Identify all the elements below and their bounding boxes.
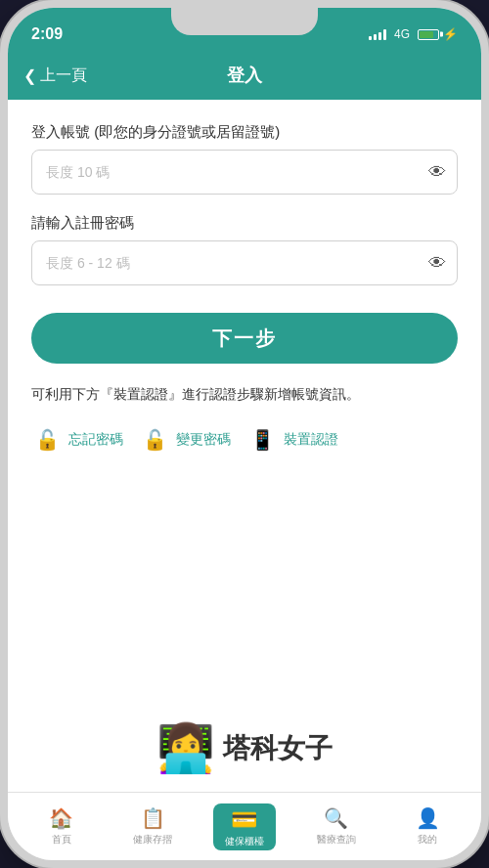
nav-item-home[interactable]: 🏠 首頁	[16, 806, 108, 846]
health-record-icon: 📋	[141, 806, 165, 830]
nav-item-health-record[interactable]: 📋 健康存摺	[108, 806, 200, 846]
info-text: 可利用下方『裝置認證』進行認證步驟新增帳號資訊。	[31, 383, 458, 405]
charging-icon: ⚡	[443, 27, 458, 41]
network-label: 4G	[394, 27, 410, 41]
password-input-wrapper: 👁	[31, 240, 458, 285]
password-eye-icon[interactable]: 👁	[428, 253, 446, 274]
account-label: 登入帳號 (即您的身分證號或居留證號)	[31, 123, 458, 142]
change-password-icon: 🔓	[139, 424, 170, 456]
nav-item-medical-query[interactable]: 🔍 醫療查詢	[290, 806, 382, 846]
device-auth-icon: 📱	[246, 424, 278, 456]
main-content: 登入帳號 (即您的身分證號或居留證號) 👁 請輸入註冊密碼 👁 下一步 可利用下…	[8, 100, 481, 792]
action-links: 🔓 忘記密碼 🔓 變更密碼 📱 裝置認證	[31, 424, 458, 456]
signal-bars-icon	[369, 28, 386, 40]
brand-name: 塔科女子	[223, 730, 333, 767]
next-button[interactable]: 下一步	[31, 313, 458, 364]
device-auth-link[interactable]: 📱 裝置認證	[246, 424, 338, 456]
nav-item-health-card[interactable]: 💳 健保櫃檯	[199, 803, 290, 850]
account-input[interactable]	[31, 150, 458, 195]
device-auth-label: 裝置認證	[284, 431, 338, 449]
phone-frame: 2:09 4G ⚡ ❮ 上一頁 登入 登入帳號 (即您的身分證號或居留證號)	[0, 0, 489, 868]
mascot-icon: 👩‍💻	[156, 721, 215, 776]
password-input[interactable]	[31, 240, 458, 285]
nav-label-my: 我的	[418, 833, 437, 846]
nav-label-home: 首頁	[52, 833, 71, 846]
account-eye-icon[interactable]: 👁	[428, 162, 446, 183]
bottom-nav: 🏠 首頁 📋 健康存摺 💳 健保櫃檯 🔍 醫療查詢 👤 我的	[8, 792, 481, 860]
back-label: 上一頁	[40, 65, 87, 86]
battery-icon	[418, 29, 439, 40]
mascot-area: 👩‍💻 塔科女子	[156, 721, 333, 776]
my-icon: 👤	[416, 806, 440, 830]
account-input-wrapper: 👁	[31, 150, 458, 195]
branding-area: 👩‍💻 塔科女子	[31, 475, 458, 792]
back-button[interactable]: ❮ 上一頁	[23, 65, 87, 86]
forgot-password-link[interactable]: 🔓 忘記密碼	[31, 424, 123, 456]
nav-item-my[interactable]: 👤 我的	[381, 806, 473, 846]
status-icons: 4G ⚡	[369, 27, 458, 41]
forgot-password-icon: 🔓	[31, 424, 63, 456]
nav-label-health-card: 健保櫃檯	[225, 835, 264, 848]
change-password-label: 變更密碼	[176, 431, 231, 449]
chevron-left-icon: ❮	[23, 66, 36, 85]
medical-query-icon: 🔍	[324, 806, 348, 830]
health-card-icon: 💳	[231, 807, 257, 833]
page-title: 登入	[227, 64, 262, 87]
nav-active-indicator: 💳 健保櫃檯	[213, 803, 276, 850]
account-field-group: 登入帳號 (即您的身分證號或居留證號) 👁	[31, 123, 458, 214]
header: ❮ 上一頁 登入	[8, 51, 481, 100]
change-password-link[interactable]: 🔓 變更密碼	[139, 424, 231, 456]
nav-label-medical-query: 醫療查詢	[317, 833, 356, 846]
password-field-group: 請輸入註冊密碼 👁	[31, 214, 458, 305]
password-label: 請輸入註冊密碼	[31, 214, 458, 233]
home-icon: 🏠	[49, 806, 73, 830]
status-time: 2:09	[31, 25, 63, 43]
forgot-password-label: 忘記密碼	[68, 431, 123, 449]
notch	[171, 8, 318, 35]
nav-label-health-record: 健康存摺	[133, 833, 172, 846]
